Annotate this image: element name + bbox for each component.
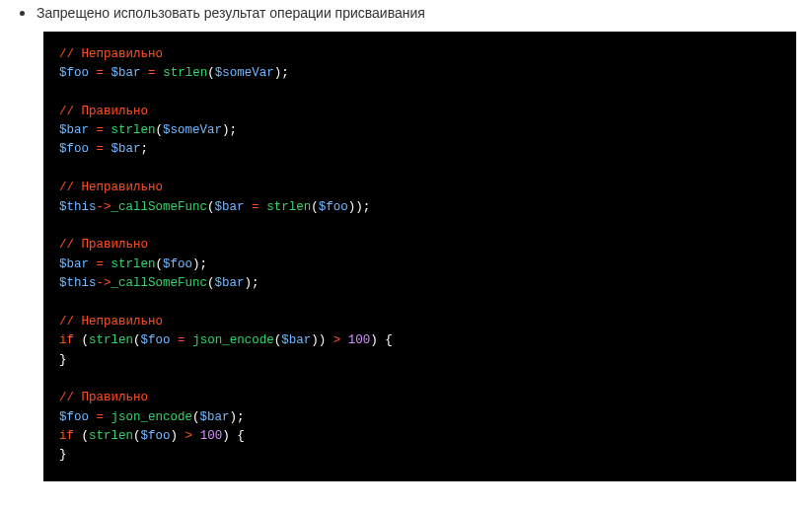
- code-line: $foo = $bar;: [59, 140, 780, 159]
- code-token: [89, 123, 97, 137]
- code-token: _callSomeFunc: [111, 200, 208, 214]
- code-token: [340, 333, 348, 347]
- code-token: $bar: [59, 257, 89, 271]
- code-token: json_encode: [192, 333, 274, 347]
- code-line: $foo = $bar = strlen($someVar);: [59, 64, 780, 83]
- code-token: [89, 66, 97, 80]
- code-token: $foo: [59, 142, 89, 156]
- code-line: [59, 370, 780, 389]
- code-token: 100: [348, 333, 371, 347]
- code-line: [59, 217, 780, 236]
- code-token: if: [59, 333, 74, 347]
- code-token: // Правильно: [59, 105, 148, 118]
- code-token: =: [97, 410, 105, 424]
- code-token: ) {: [222, 429, 245, 443]
- code-token: =: [148, 66, 156, 80]
- code-token: );: [274, 66, 289, 80]
- code-token: [104, 410, 111, 424]
- code-token: )): [311, 333, 333, 347]
- code-token: // Правильно: [59, 391, 148, 404]
- code-token: (: [207, 200, 215, 214]
- code-token: // Неправильно: [59, 47, 163, 61]
- code-line: [59, 160, 780, 179]
- code-token: (: [156, 123, 164, 137]
- code-token: $someVar: [163, 123, 222, 137]
- code-token: $foo: [59, 66, 89, 80]
- bullet-text: Запрещено использовать результат операци…: [37, 4, 425, 24]
- code-token: [185, 333, 193, 347]
- code-token: $bar: [215, 200, 245, 214]
- code-token: ;: [141, 142, 149, 156]
- code-block: // Неправильно$foo = $bar = strlen($some…: [43, 32, 796, 481]
- code-line: // Неправильно: [59, 313, 780, 331]
- code-token: (: [192, 410, 200, 424]
- code-token: $bar: [111, 66, 141, 80]
- code-token: );: [192, 257, 207, 271]
- code-line: $bar = strlen($foo);: [59, 255, 780, 274]
- code-token: $this: [59, 200, 97, 214]
- code-token: // Правильно: [59, 238, 148, 252]
- code-token: $foo: [59, 410, 89, 424]
- code-token: [89, 142, 97, 156]
- code-token: (: [133, 333, 141, 347]
- code-token: $someVar: [215, 66, 274, 80]
- code-token: }: [59, 448, 67, 462]
- code-token: _callSomeFunc: [111, 276, 208, 290]
- code-token: }: [59, 353, 67, 367]
- code-line: }: [59, 351, 780, 370]
- code-token: ): [171, 429, 185, 443]
- code-line: $foo = json_encode($bar);: [59, 408, 780, 427]
- code-token: $bar: [281, 333, 311, 347]
- code-token: ->: [97, 276, 111, 290]
- code-line: if (strlen($foo) > 100) {: [59, 427, 780, 446]
- code-block-container: // Неправильно$foo = $bar = strlen($some…: [43, 32, 812, 481]
- code-token: >: [185, 429, 193, 443]
- code-token: =: [97, 123, 105, 137]
- code-token: );: [230, 410, 245, 424]
- code-token: =: [97, 66, 105, 80]
- code-line: $this->_callSomeFunc($bar = strlen($foo)…: [59, 198, 780, 217]
- code-token: =: [97, 142, 105, 156]
- code-line: // Неправильно: [59, 45, 780, 64]
- code-token: =: [252, 200, 259, 214]
- code-token: // Неправильно: [59, 315, 163, 328]
- code-token: [89, 257, 97, 271]
- code-token: $bar: [111, 142, 141, 156]
- code-token: $this: [59, 276, 97, 290]
- code-token: json_encode: [111, 410, 193, 424]
- code-line: [59, 83, 780, 102]
- bullet-dot-icon: [20, 11, 25, 16]
- code-token: [156, 66, 164, 80]
- code-token: (: [74, 429, 89, 443]
- code-token: strlen: [111, 257, 156, 271]
- code-token: (: [74, 333, 89, 347]
- bullet-item: Запрещено использовать результат операци…: [0, 0, 812, 32]
- code-line: }: [59, 446, 780, 465]
- code-token: [104, 142, 111, 156]
- code-token: (: [311, 200, 319, 214]
- code-token: [104, 66, 111, 80]
- code-token: 100: [200, 429, 223, 443]
- code-token: $foo: [163, 257, 192, 271]
- code-token: $foo: [141, 333, 171, 347]
- code-token: $foo: [319, 200, 348, 214]
- code-token: strlen: [89, 429, 133, 443]
- code-token: $foo: [141, 429, 171, 443]
- code-token: [141, 66, 149, 80]
- code-token: ->: [97, 200, 111, 214]
- code-token: $bar: [200, 410, 230, 424]
- code-token: ));: [348, 200, 371, 214]
- code-token: // Неправильно: [59, 181, 163, 194]
- code-token: [104, 257, 111, 271]
- code-token: strlen: [163, 66, 207, 80]
- code-token: strlen: [266, 200, 311, 214]
- code-token: =: [97, 257, 105, 271]
- code-line: if (strlen($foo = json_encode($bar)) > 1…: [59, 331, 780, 350]
- code-token: );: [222, 123, 237, 137]
- code-token: =: [178, 333, 185, 347]
- code-line: $this->_callSomeFunc($bar);: [59, 274, 780, 293]
- code-token: (: [207, 276, 215, 290]
- code-line: // Правильно: [59, 236, 780, 255]
- code-line: // Неправильно: [59, 179, 780, 197]
- code-token: [89, 410, 97, 424]
